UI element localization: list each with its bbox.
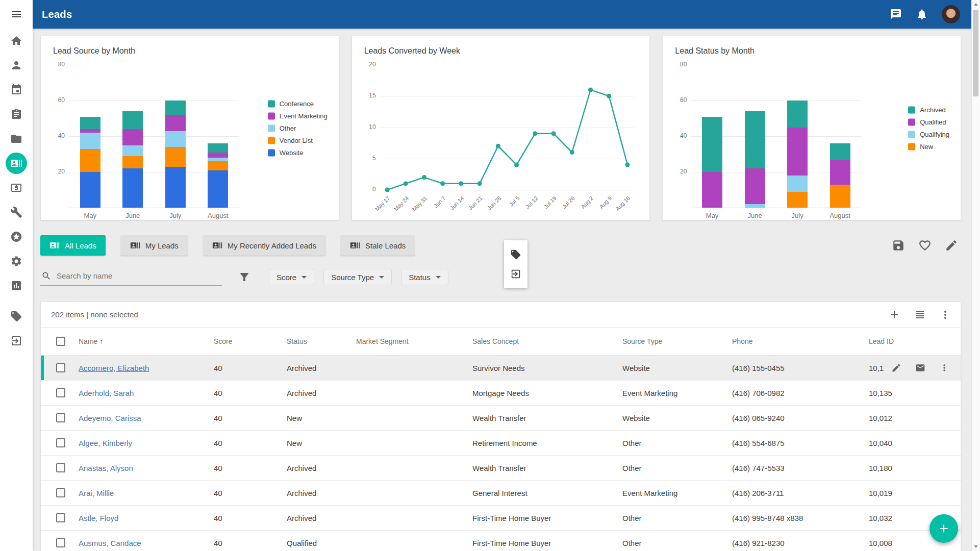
sidebar-item-profile[interactable] — [0, 53, 33, 78]
row-checkbox[interactable] — [56, 513, 65, 522]
score-dropdown[interactable]: Score — [269, 269, 314, 285]
sidebar-item-contacts-active[interactable] — [0, 151, 33, 176]
sidebar-item-home[interactable] — [0, 29, 33, 53]
score-cell: 40 — [214, 414, 287, 422]
sidebar-item-favorites[interactable] — [0, 224, 33, 249]
tab-label: My Leads — [145, 241, 179, 250]
add-icon[interactable] — [888, 309, 900, 321]
chat-icon[interactable] — [890, 8, 902, 20]
table-row[interactable]: Anastas, Alyson40ArchivedWealth Transfer… — [41, 456, 961, 481]
lead-name-link[interactable]: Anastas, Alyson — [79, 464, 133, 472]
column-header-sales-concept[interactable]: Sales Concept — [472, 337, 622, 345]
bell-icon[interactable] — [916, 8, 928, 20]
status-dropdown[interactable]: Status — [401, 269, 448, 285]
save-icon[interactable] — [892, 239, 905, 252]
bar-segment — [122, 156, 143, 169]
lead-name-link[interactable]: Astle, Floyd — [79, 514, 118, 522]
filter-icon[interactable] — [238, 271, 250, 283]
bar-segment — [122, 145, 143, 156]
lead-name-link[interactable]: Arai, Millie — [79, 489, 114, 497]
tag-icon[interactable] — [510, 249, 521, 260]
phone-cell: (416) 921-8230 — [732, 539, 869, 547]
lead-id: 10,1 — [869, 364, 884, 372]
lead-name-link[interactable]: Algee, Kimberly — [79, 439, 132, 447]
name-cell: Ausmus, Candace — [79, 539, 214, 547]
sidebar-item-tags[interactable] — [0, 304, 33, 329]
lead-id: 10,040 — [869, 439, 892, 447]
lead-name-link[interactable]: Adeyemo, Carissa — [79, 414, 141, 422]
table-row[interactable]: Algee, Kimberly40NewRetirement IncomeOth… — [41, 431, 961, 456]
table-row[interactable]: Aderhold, Sarah40ArchivedMortgage NeedsE… — [41, 381, 961, 406]
edit-icon[interactable] — [945, 239, 958, 252]
row-checkbox[interactable] — [56, 363, 65, 372]
x-axis-line — [69, 208, 239, 208]
select-all-checkbox[interactable] — [56, 337, 65, 346]
column-header-lead-id[interactable]: Lead ID — [869, 337, 961, 345]
column-header-name[interactable]: Name↑ — [79, 337, 214, 345]
edit-icon[interactable] — [891, 363, 901, 373]
column-header-market-segment[interactable]: Market Segment — [356, 337, 472, 345]
sidebar-item-reports[interactable] — [0, 273, 33, 298]
row-checkbox[interactable] — [56, 463, 65, 472]
more-options-icon[interactable] — [939, 309, 951, 321]
row-checkbox[interactable] — [56, 538, 65, 547]
avatar[interactable] — [942, 5, 960, 23]
row-checkbox[interactable] — [56, 438, 65, 447]
sidebar-item-billing[interactable] — [0, 176, 33, 200]
column-header-source-type[interactable]: Source Type — [622, 337, 732, 345]
search-input[interactable] — [57, 271, 221, 280]
chevron-down-icon — [301, 276, 307, 279]
column-header-score[interactable]: Score — [214, 337, 287, 345]
scroll-down-arrow[interactable] — [972, 542, 980, 551]
x-axis-label: August — [208, 212, 228, 219]
status-cell: Archived — [287, 464, 356, 472]
sidebar-item-settings[interactable] — [0, 249, 33, 273]
tab-all-leads[interactable]: All Leads — [40, 235, 106, 256]
x-axis-line — [380, 190, 635, 190]
list-view-icon[interactable] — [914, 309, 926, 321]
scroll-up-arrow[interactable] — [972, 0, 980, 9]
calendar-icon — [10, 84, 22, 96]
legend-swatch — [908, 143, 915, 150]
sidebar-item-calendar[interactable] — [0, 78, 33, 102]
row-checkbox[interactable] — [56, 388, 65, 397]
row-checkbox[interactable] — [56, 413, 65, 422]
tab-label: My Recently Added Leads — [228, 241, 316, 250]
sidebar-item-tasks[interactable] — [0, 102, 33, 127]
table-row[interactable]: Adeyemo, Carissa40NewWealth TransferWebs… — [41, 406, 961, 431]
sidebar-item-tools[interactable] — [0, 200, 33, 224]
table-row[interactable]: Ausmus, Candace40QualifiedFirst-Time Hom… — [41, 531, 961, 551]
column-header-status[interactable]: Status — [287, 337, 356, 345]
mail-icon[interactable] — [915, 363, 925, 373]
person-icon — [10, 59, 22, 71]
row-checkbox[interactable] — [56, 488, 65, 497]
legend-label: New — [920, 143, 933, 151]
sidebar-item-exit[interactable] — [0, 329, 33, 353]
more-icon[interactable] — [939, 363, 949, 373]
source-type-cell: Website — [622, 414, 732, 422]
exit-icon[interactable] — [510, 268, 521, 280]
table-row[interactable]: Accornero, Elizabeth40ArchivedSurvivor N… — [41, 356, 961, 381]
status-cell: New — [287, 439, 356, 447]
search-icon — [41, 271, 52, 281]
source-type-dropdown[interactable]: Source Type — [323, 269, 392, 285]
column-header-phone[interactable]: Phone — [732, 337, 869, 345]
status-cell: Archived — [287, 489, 356, 497]
lead-name-link[interactable]: Accornero, Elizabeth — [79, 364, 149, 372]
scroll-thumb[interactable] — [973, 10, 978, 96]
add-lead-fab[interactable] — [929, 514, 958, 543]
favorite-icon[interactable] — [918, 239, 932, 252]
lead-name-link[interactable]: Ausmus, Candace — [79, 539, 141, 547]
table-row[interactable]: Arai, Millie40ArchivedGeneral InterestEv… — [41, 481, 961, 506]
sidebar-item-documents[interactable] — [0, 127, 33, 151]
menu-icon[interactable] — [0, 0, 33, 29]
view-actions — [892, 239, 961, 252]
table-row[interactable]: Astle, Floyd40ArchivedFirst-Time Home Bu… — [41, 506, 961, 531]
lead-name-link[interactable]: Aderhold, Sarah — [79, 389, 134, 397]
score-cell: 40 — [214, 489, 287, 497]
bar-segment — [745, 204, 765, 208]
tab-my-recently-added-leads[interactable]: My Recently Added Leads — [203, 235, 325, 256]
tab-my-leads[interactable]: My Leads — [121, 235, 188, 256]
bar-segment — [122, 168, 143, 208]
tab-stale-leads[interactable]: Stale Leads — [341, 235, 415, 256]
